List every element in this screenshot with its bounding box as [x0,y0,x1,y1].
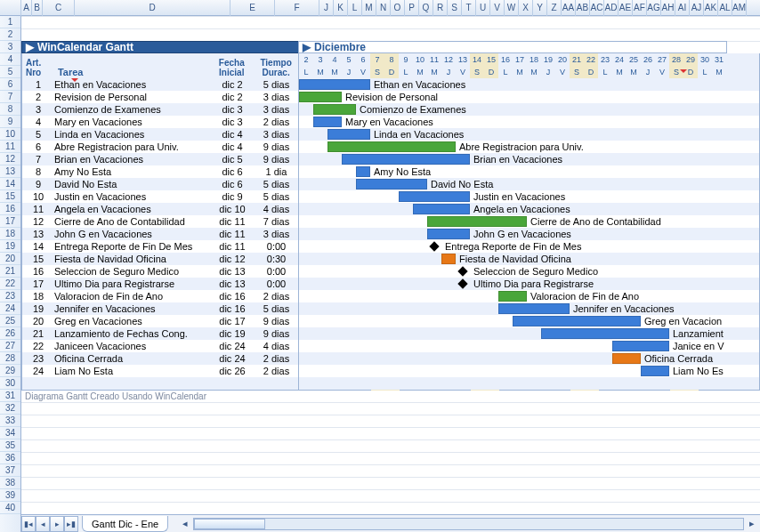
comment-indicator-icon[interactable] [71,78,78,82]
column-headers[interactable]: ABCDEFJKLMNOPQRSTUVWXYZAAABACADAEAFAGAHA… [0,0,760,16]
column-header[interactable]: AL [718,0,732,16]
row-header[interactable]: 35 [0,439,20,452]
column-header[interactable]: B [32,0,43,16]
row-header[interactable]: 37 [0,464,20,477]
row-header[interactable]: 10 [0,128,20,141]
row-header[interactable]: 27 [0,340,20,352]
row-header[interactable]: 26 [0,327,20,340]
table-row[interactable]: 20Greg en Vacacionesdic 179 diasGreg en … [22,315,759,327]
row-headers[interactable]: 1234567891011121314151617181920212223242… [0,16,21,532]
gantt-bar[interactable] [313,117,342,127]
table-row[interactable]: 1Ethan en Vacacionesdic 25 diasEthan en … [22,78,759,91]
row-header[interactable]: 15 [0,190,20,203]
column-header[interactable]: AA [562,0,576,16]
column-header[interactable]: P [405,0,419,16]
gantt-bar[interactable] [342,154,470,165]
tab-first-icon[interactable]: ▮◂ [21,516,36,532]
row-header[interactable]: 18 [0,228,20,240]
gantt-bar[interactable] [612,353,641,364]
chevron-left-icon[interactable]: ◂ [182,518,188,529]
column-header[interactable]: K [334,0,348,16]
row-header[interactable]: 23 [0,290,20,302]
table-row[interactable]: 5Linda en Vacacionesdic 43 diasLinda en … [22,128,759,141]
row-header[interactable]: 3 [0,41,20,53]
column-header[interactable]: C [43,0,75,16]
column-header[interactable]: R [433,0,448,16]
row-header[interactable]: 29 [0,365,20,377]
gantt-bar[interactable] [612,341,669,351]
table-row[interactable]: 19Jennifer en Vacacionesdic 165 diasJenn… [22,302,759,315]
row-header[interactable]: 30 [0,377,20,390]
row-header[interactable]: 17 [0,215,20,228]
table-row[interactable]: 7Brian en Vacacionesdic 59 diasBrian en … [22,153,759,165]
column-header[interactable]: AE [619,0,633,16]
row-header[interactable]: 25 [0,315,20,327]
row-header[interactable]: 13 [0,165,20,178]
row-header[interactable]: 24 [0,302,20,315]
gantt-bar[interactable] [413,204,470,214]
horizontal-scrollbar[interactable]: ◂ ▸ [177,518,760,530]
gantt-bar[interactable] [327,141,456,152]
row-header[interactable]: 40 [0,502,20,514]
row-header[interactable]: 38 [0,477,20,489]
column-header[interactable]: AD [604,0,619,16]
gantt-bar[interactable] [427,229,470,239]
gantt-bar[interactable] [513,316,641,326]
row-header[interactable]: 21 [0,265,20,278]
row-header[interactable]: 7 [0,91,20,103]
row-header[interactable]: 22 [0,278,20,290]
gantt-bar[interactable] [313,104,356,115]
column-header[interactable]: U [476,0,490,16]
column-header[interactable]: E [230,0,275,16]
table-row[interactable]: 8Amy No Estadic 61 diaAmy No Esta [22,165,759,178]
column-header[interactable]: AH [661,0,675,16]
gantt-bar[interactable] [541,328,669,339]
row-header[interactable]: 4 [0,53,20,66]
row-header[interactable]: 28 [0,352,20,365]
row-header[interactable]: 36 [0,452,20,464]
column-header[interactable]: O [391,0,405,16]
table-row[interactable]: 21Lanzamiento de Fechas Cong.dic 199 dia… [22,327,759,340]
scrollbar-thumb[interactable] [194,519,265,529]
column-header[interactable]: AI [675,0,690,16]
row-header[interactable]: 32 [0,402,20,415]
tab-prev-icon[interactable]: ◂ [36,516,50,532]
column-header[interactable]: Q [419,0,433,16]
column-header[interactable]: L [348,0,362,16]
column-header[interactable]: D [75,0,230,16]
table-row[interactable]: 23Oficina Cerradadic 242 diasOficina Cer… [22,352,759,365]
table-row[interactable]: 14Entrega Reporte de Fin De Mesdic 110:0… [22,240,759,253]
table-row[interactable]: 10Justin en Vacacionesdic 95 diasJustin … [22,190,759,203]
column-header[interactable]: W [505,0,519,16]
tab-next-icon[interactable]: ▸ [50,516,64,532]
gantt-bar[interactable] [641,366,669,376]
table-row[interactable]: 24Liam No Estadic 262 diasLiam No Es [22,365,759,377]
column-header[interactable]: AJ [690,0,704,16]
table-row[interactable]: 12Cierre de Ano de Contabilidaddic 117 d… [22,215,759,228]
row-header[interactable]: 12 [0,153,20,165]
column-header[interactable]: S [448,0,462,16]
row-header[interactable]: 33 [0,415,20,427]
gantt-bar[interactable] [441,254,456,264]
table-row[interactable]: 17Ultimo Dia para Registrarsedic 130:00U… [22,278,759,290]
row-header[interactable]: 34 [0,427,20,439]
column-header[interactable]: Z [547,0,562,16]
column-header[interactable]: AM [732,0,747,16]
table-row[interactable]: 11Angela en Vacacionesdic 104 diasAngela… [22,203,759,215]
column-header[interactable]: AK [704,0,718,16]
gantt-bar[interactable] [498,303,570,314]
table-row[interactable]: 15Fiesta de Navidad Oficinadic 120:30Fie… [22,253,759,265]
table-row[interactable]: 18Valoracion de Fin de Anodic 162 diasVa… [22,290,759,302]
column-header[interactable]: F [275,0,319,16]
scrollbar-track[interactable] [193,518,744,530]
row-header[interactable]: 8 [0,103,20,116]
row-header[interactable]: 9 [0,116,20,128]
gantt-bar[interactable] [327,129,370,140]
gantt-bar[interactable] [427,216,527,227]
comment-indicator-icon[interactable] [680,69,687,73]
row-header[interactable]: 16 [0,203,20,215]
table-row[interactable]: 6Abre Registracion para Univ.dic 49 dias… [22,141,759,153]
tab-last-icon[interactable]: ▸▮ [64,516,78,532]
table-row[interactable]: 2Revision de Personaldic 23 diasRevision… [22,91,759,103]
gantt-bar[interactable] [498,291,527,302]
